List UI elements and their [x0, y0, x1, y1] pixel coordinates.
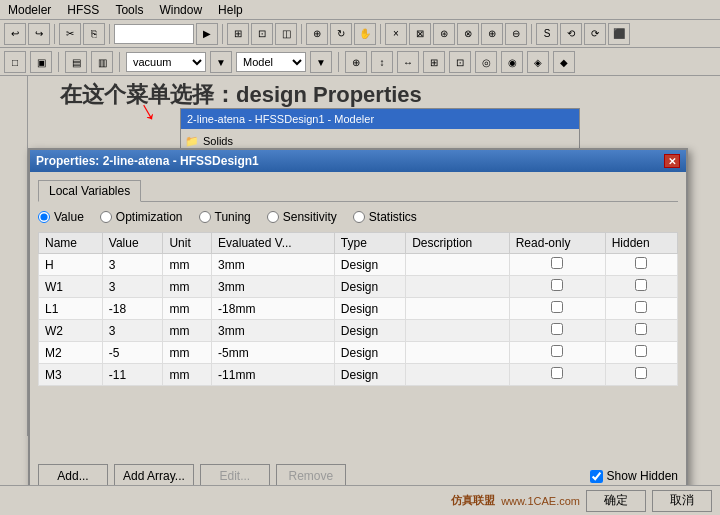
hidden-checkbox[interactable]	[635, 301, 647, 313]
hidden-checkbox[interactable]	[635, 323, 647, 335]
toolbar-btn-x3[interactable]: ⊛	[433, 23, 455, 45]
col-description: Description	[406, 233, 509, 254]
toolbar-btn-coord8[interactable]: ◈	[527, 51, 549, 73]
separator5	[380, 24, 381, 44]
toolbar-btn-x2[interactable]: ⊠	[409, 23, 431, 45]
toolbar-btn-coord7[interactable]: ◉	[501, 51, 523, 73]
toolbar-btn-coord5[interactable]: ⊡	[449, 51, 471, 73]
toolbar-btn-coord9[interactable]: ◆	[553, 51, 575, 73]
radio-optimization-input[interactable]	[100, 211, 112, 223]
show-hidden-label: Show Hidden	[607, 469, 678, 483]
toolbar-btn-mat[interactable]: ▼	[210, 51, 232, 73]
toolbar-btn-coord1[interactable]: ⊕	[345, 51, 367, 73]
separator7	[58, 52, 59, 72]
table-row[interactable]: H 3 mm 3mm Design	[39, 254, 678, 276]
cell-hidden[interactable]	[605, 320, 677, 342]
hidden-checkbox[interactable]	[635, 367, 647, 379]
cell-readonly[interactable]	[509, 342, 605, 364]
toolbar-btn-new[interactable]: ↩	[4, 23, 26, 45]
tab-local-variables[interactable]: Local Variables	[38, 180, 141, 202]
radio-statistics-input[interactable]	[353, 211, 365, 223]
toolbar-btn-s4[interactable]: ⬛	[608, 23, 630, 45]
cell-hidden[interactable]	[605, 298, 677, 320]
toolbar-btn-pan[interactable]: ✋	[354, 23, 376, 45]
cell-evaluated: -5mm	[212, 342, 335, 364]
menu-window[interactable]: Window	[155, 3, 206, 17]
readonly-checkbox[interactable]	[551, 301, 563, 313]
toolbar-btn-x6[interactable]: ⊖	[505, 23, 527, 45]
table-row[interactable]: L1 -18 mm -18mm Design	[39, 298, 678, 320]
cell-readonly[interactable]	[509, 364, 605, 386]
cell-readonly[interactable]	[509, 320, 605, 342]
toolbar-btn-mdl[interactable]: ▼	[310, 51, 332, 73]
toolbar-btn-s3[interactable]: ⟳	[584, 23, 606, 45]
radio-value-input[interactable]	[38, 211, 50, 223]
readonly-checkbox[interactable]	[551, 323, 563, 335]
toolbar-btn-r3[interactable]: ▤	[65, 51, 87, 73]
menu-modeler[interactable]: Modeler	[4, 3, 55, 17]
radio-tuning[interactable]: Tuning	[199, 210, 251, 224]
table-row[interactable]: W1 3 mm 3mm Design	[39, 276, 678, 298]
toolbar-input[interactable]	[114, 24, 194, 44]
toolbar-btn-r1[interactable]: □	[4, 51, 26, 73]
cell-hidden[interactable]	[605, 342, 677, 364]
radio-statistics[interactable]: Statistics	[353, 210, 417, 224]
cell-evaluated: 3mm	[212, 254, 335, 276]
separator1	[54, 24, 55, 44]
toolbar-btn-coord3[interactable]: ↔	[397, 51, 419, 73]
model-dropdown[interactable]: Model	[236, 52, 306, 72]
toolbar-btn-coord6[interactable]: ◎	[475, 51, 497, 73]
cell-unit: mm	[163, 364, 212, 386]
toolbar-btn-x5[interactable]: ⊕	[481, 23, 503, 45]
hidden-checkbox[interactable]	[635, 345, 647, 357]
toolbar-btn-coord2[interactable]: ↕	[371, 51, 393, 73]
menu-hfss[interactable]: HFSS	[63, 3, 103, 17]
table-row[interactable]: M2 -5 mm -5mm Design	[39, 342, 678, 364]
menu-help[interactable]: Help	[214, 3, 247, 17]
toolbar-btn-redo[interactable]: ↪	[28, 23, 50, 45]
menu-tools[interactable]: Tools	[111, 3, 147, 17]
col-hidden: Hidden	[605, 233, 677, 254]
material-dropdown[interactable]: vacuum	[126, 52, 206, 72]
radio-sensitivity[interactable]: Sensitivity	[267, 210, 337, 224]
toolbar-btn-copy[interactable]: ⎘	[83, 23, 105, 45]
toolbar-btn-3d1[interactable]: ⊞	[227, 23, 249, 45]
toolbar-btn-r4[interactable]: ▥	[91, 51, 113, 73]
radio-value[interactable]: Value	[38, 210, 84, 224]
toolbar-btn-coord4[interactable]: ⊞	[423, 51, 445, 73]
show-hidden-checkbox[interactable]	[590, 470, 603, 483]
cell-readonly[interactable]	[509, 298, 605, 320]
cell-value: 3	[102, 276, 163, 298]
toolbar-btn-cut[interactable]: ✂	[59, 23, 81, 45]
readonly-checkbox[interactable]	[551, 345, 563, 357]
toolbar-row1: ↩ ↪ ✂ ⎘ ▶ ⊞ ⊡ ◫ ⊕ ↻ ✋ × ⊠ ⊛ ⊗ ⊕ ⊖ S ⟲ ⟳ …	[0, 20, 720, 48]
radio-tuning-input[interactable]	[199, 211, 211, 223]
radio-optimization[interactable]: Optimization	[100, 210, 183, 224]
toolbar-btn-3d2[interactable]: ⊡	[251, 23, 273, 45]
toolbar-btn-rotate[interactable]: ↻	[330, 23, 352, 45]
table-row[interactable]: W2 3 mm 3mm Design	[39, 320, 678, 342]
hidden-checkbox[interactable]	[635, 257, 647, 269]
readonly-checkbox[interactable]	[551, 257, 563, 269]
table-row[interactable]: M3 -11 mm -11mm Design	[39, 364, 678, 386]
cell-readonly[interactable]	[509, 254, 605, 276]
cell-hidden[interactable]	[605, 254, 677, 276]
cell-readonly[interactable]	[509, 276, 605, 298]
toolbar-btn-x4[interactable]: ⊗	[457, 23, 479, 45]
cell-hidden[interactable]	[605, 364, 677, 386]
toolbar-btn-3d3[interactable]: ◫	[275, 23, 297, 45]
ok-button[interactable]: 确定	[586, 490, 646, 512]
toolbar-btn-s2[interactable]: ⟲	[560, 23, 582, 45]
toolbar-btn-r2[interactable]: ▣	[30, 51, 52, 73]
readonly-checkbox[interactable]	[551, 367, 563, 379]
cell-hidden[interactable]	[605, 276, 677, 298]
cancel-button[interactable]: 取消	[652, 490, 712, 512]
toolbar-btn-x1[interactable]: ×	[385, 23, 407, 45]
close-button[interactable]: ✕	[664, 154, 680, 168]
readonly-checkbox[interactable]	[551, 279, 563, 291]
radio-sensitivity-input[interactable]	[267, 211, 279, 223]
toolbar-btn-go[interactable]: ▶	[196, 23, 218, 45]
toolbar-btn-zoom[interactable]: ⊕	[306, 23, 328, 45]
toolbar-btn-s1[interactable]: S	[536, 23, 558, 45]
hidden-checkbox[interactable]	[635, 279, 647, 291]
